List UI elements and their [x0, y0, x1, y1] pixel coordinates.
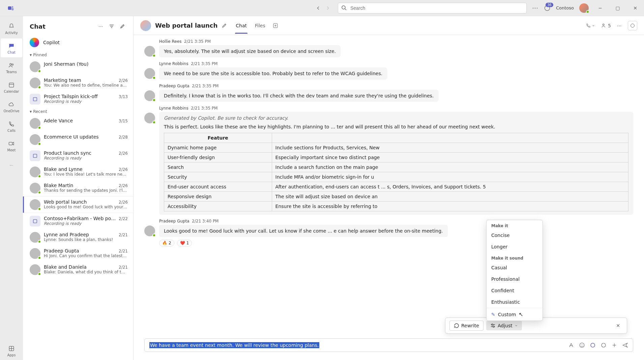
sidebar-copilot[interactable]: Copilot: [23, 34, 133, 51]
participants-button[interactable]: 5: [601, 23, 611, 29]
avatar: [144, 68, 155, 79]
chat-list-more-button[interactable]: ⋯: [97, 22, 105, 30]
rail-calendar[interactable]: Calendar: [1, 78, 22, 96]
window-close-button[interactable]: ✕: [629, 3, 641, 13]
message-text: This is perfect. Looks like these are th…: [164, 124, 628, 129]
format-button[interactable]: [568, 342, 574, 348]
compose-add-button[interactable]: [611, 342, 617, 348]
adjust-button[interactable]: Adjust: [486, 321, 522, 330]
chat-list-item[interactable]: Contoso+Fabrikam - Web portal ki...2/22R…: [23, 213, 133, 229]
rewrite-button[interactable]: Rewrite: [449, 321, 484, 331]
chat-item-title: Marketing team: [44, 78, 81, 83]
nav-back-button[interactable]: [314, 3, 323, 13]
rail-calls[interactable]: Calls: [1, 117, 22, 136]
message-copilot-generated: Lynne Robbins 2/21 3:35 PM Generated by …: [144, 106, 633, 215]
phone-icon: [7, 120, 16, 128]
chat-list-item[interactable]: Project Tailspin kick-off3/13Recording i…: [23, 91, 133, 107]
message: Pradeep Gupta 2/21 3:35 PMDefinitely. I …: [144, 84, 633, 102]
chat-list-item[interactable]: Lynne and Pradeep2/21Lynne: Sounds like …: [23, 229, 133, 245]
filter-button[interactable]: [108, 22, 116, 30]
adjust-option-concise[interactable]: Concise: [487, 230, 543, 241]
adjust-option-longer[interactable]: Longer: [487, 241, 543, 252]
chat-item-date: 2/21: [119, 233, 128, 237]
chat-item-preview: You: I love this idea! Let's talk more n…: [44, 172, 128, 177]
table-row: End-user account accessAfter authenticat…: [164, 182, 628, 192]
chat-item-avatar: [30, 248, 40, 259]
chat-list-item[interactable]: Web portal launch2/26Looks good to me! G…: [23, 196, 133, 213]
tab-chat[interactable]: Chat: [235, 18, 247, 34]
rail-onedrive[interactable]: OneDrive: [1, 97, 22, 116]
search-input[interactable]: [338, 3, 527, 13]
copilot-disclaimer: Generated by Copilot. Be sure to check f…: [164, 115, 628, 121]
chat-item-avatar: [30, 94, 40, 104]
chat-item-avatar: [30, 78, 40, 88]
adjust-option-professional[interactable]: Professional: [487, 273, 543, 285]
rail-meet[interactable]: Meet: [1, 136, 22, 155]
open-copilot-button[interactable]: [628, 21, 637, 30]
chat-list-item[interactable]: Pradeep Gupta2/21Hi Joni. Can you confir…: [23, 245, 133, 262]
compose-box[interactable]: We have a team event next month. We will…: [144, 338, 633, 352]
add-tab-button[interactable]: [273, 23, 278, 28]
chat-list-item[interactable]: Ecommerce UI updates2/28: [23, 131, 133, 148]
rename-chat-button[interactable]: [222, 23, 227, 28]
people-icon: [7, 61, 16, 69]
adjust-option-enthusiastic[interactable]: Enthusiastic: [487, 296, 543, 308]
chat-item-date: 2/21: [119, 265, 128, 270]
pinned-section-header[interactable]: ▼Pinned: [23, 51, 133, 59]
org-label: Contoso: [556, 5, 574, 10]
svg-rect-10: [9, 142, 12, 145]
avatar: [144, 90, 155, 101]
chat-item-avatar: [30, 199, 40, 210]
chat-list-item[interactable]: Marketing team2/26You: We also need to d…: [23, 75, 133, 91]
chat-list-item[interactable]: Product launch sync2/26Recording is read…: [23, 148, 133, 164]
notifications-button[interactable]: 36: [544, 5, 551, 11]
svg-point-6: [10, 63, 11, 65]
adjust-option-custom[interactable]: ✎ Custom ↖: [487, 308, 543, 321]
avatar: [144, 46, 155, 57]
adjust-option-casual[interactable]: Casual: [487, 262, 543, 273]
chat-item-avatar: [30, 150, 40, 161]
chat-list-item[interactable]: Blake Martin2/26Thanks for sending the u…: [23, 180, 133, 196]
emoji-button[interactable]: [579, 342, 585, 348]
rail-apps[interactable]: Apps: [1, 341, 22, 360]
user-avatar[interactable]: [579, 3, 589, 13]
reaction-pill[interactable]: 🔥2: [159, 240, 174, 246]
send-button[interactable]: [622, 342, 628, 348]
chat-item-preview: Thanks for sending the updates Joni. I'l…: [44, 188, 128, 193]
chat-list-sidebar: Chat ⋯ Copilot ▼Pinned Joni Sherman (You…: [23, 16, 134, 360]
chat-item-preview: Blake: Daniela, what did you think of th…: [44, 270, 128, 274]
recent-section-header[interactable]: ▼Recent: [23, 107, 133, 115]
rail-more[interactable]: ⋯: [1, 156, 22, 175]
chat-item-title: Product launch sync: [44, 150, 91, 156]
svg-rect-8: [9, 83, 13, 87]
rail-teams[interactable]: Teams: [1, 58, 22, 77]
chat-list-item[interactable]: Blake and Daniela2/21Blake: Daniela, wha…: [23, 262, 133, 278]
rail-activity[interactable]: Activity: [1, 19, 22, 38]
new-chat-button[interactable]: [118, 22, 126, 30]
messages-scroll[interactable]: Hollie Rees 2/21 3:35 PMYes, absolutely.…: [134, 35, 644, 333]
window-minimize-button[interactable]: ─: [594, 3, 606, 13]
rail-chat[interactable]: Chat: [1, 38, 22, 57]
svg-point-27: [581, 344, 582, 345]
chat-list-item[interactable]: Blake and Lynne2/26You: I love this idea…: [23, 164, 133, 180]
loop-button[interactable]: [601, 342, 607, 348]
copilot-compose-button[interactable]: [590, 342, 596, 348]
nav-forward-button[interactable]: [323, 3, 332, 13]
conversation-pane: Web portal launch Chat Files 5 ⋯ Hollie …: [134, 16, 644, 360]
adjust-option-confident[interactable]: Confident: [487, 285, 543, 296]
window-maximize-button[interactable]: ▢: [612, 3, 624, 13]
compose-draft-text[interactable]: We have a team event next month. We will…: [149, 342, 319, 348]
chat-item-preview: Recording is ready: [44, 221, 128, 226]
more-options-button[interactable]: ⋯: [532, 4, 538, 11]
video-icon: [7, 140, 16, 148]
svg-point-29: [591, 343, 595, 347]
call-button[interactable]: [586, 23, 595, 28]
copilot-bar-close-button[interactable]: ✕: [613, 322, 623, 330]
conversation-more-button[interactable]: ⋯: [617, 23, 622, 28]
reaction-pill[interactable]: ❤️1: [177, 240, 192, 246]
chat-list-item[interactable]: Joni Sherman (You): [23, 59, 133, 75]
chat-list-item[interactable]: Adele Vance3/15: [23, 115, 133, 131]
chat-item-preview: Hi Joni. Can you confirm that the latest…: [44, 253, 128, 258]
tab-files[interactable]: Files: [254, 18, 266, 34]
chat-item-avatar: [30, 134, 40, 145]
